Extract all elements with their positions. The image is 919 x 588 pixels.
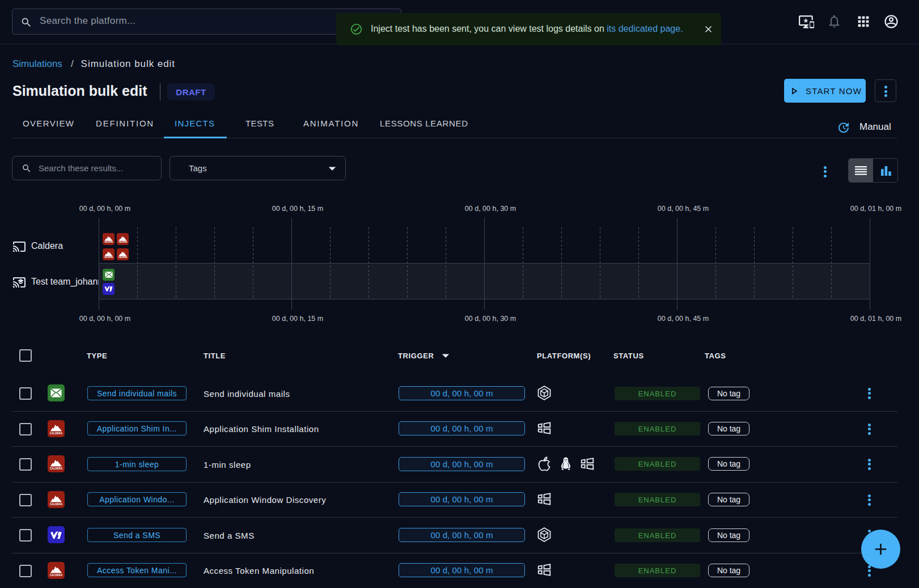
- svg-text:CALDERA: CALDERA: [50, 467, 63, 470]
- svg-text:CALDERA: CALDERA: [104, 241, 113, 243]
- svg-text:CALDERA: CALDERA: [118, 256, 128, 259]
- svg-text:CALDERA: CALDERA: [104, 256, 113, 259]
- svg-text:CALDERA: CALDERA: [50, 503, 63, 506]
- svg-text:CALDERA: CALDERA: [50, 432, 63, 435]
- svg-text:CALDERA: CALDERA: [50, 574, 63, 577]
- svg-text:CALDERA: CALDERA: [118, 241, 128, 243]
